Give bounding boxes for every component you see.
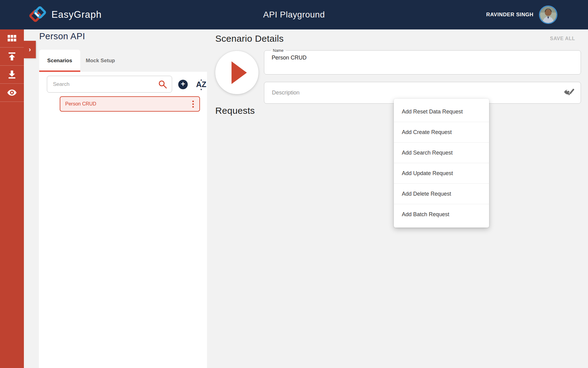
scenario-name-input[interactable] [268,53,577,61]
scenario-name-field[interactable]: Name [264,48,581,75]
menu-item-add-delete-request[interactable]: Add Delete Request [394,184,489,204]
menu-item-add-update-request[interactable]: Add Update Request [394,163,489,184]
menu-item-add-reset-data-request[interactable]: Add Reset Data Request [394,102,489,122]
tab-mock-setup-label: Mock Setup [86,58,115,64]
search-icon[interactable] [158,80,167,89]
expand-panel-chevron[interactable]: › [24,41,36,58]
search-input[interactable] [47,76,172,93]
add-scenario-button[interactable]: + [178,80,188,89]
sort-alphabetical-button[interactable]: ▴ AZ ▾ [193,76,209,93]
user-avatar[interactable] [539,6,557,24]
user-box: RAVINDER SINGH [486,0,558,29]
play-icon [232,61,247,84]
chevron-right-icon: › [29,46,31,54]
run-scenario-button[interactable] [215,51,258,94]
api-title: Person API [39,31,85,41]
apps-grid-icon[interactable] [0,29,24,48]
tab-scenarios[interactable]: Scenarios [39,50,80,72]
top-bar: EasyGraph API Playground RAVINDER SINGH [0,0,588,29]
sort-az-label: AZ [196,81,206,88]
scenario-list-panel: + ▴ AZ ▾ Person CRUD [39,72,207,368]
plus-icon: + [181,80,185,88]
scenario-name: Person CRUD [65,101,191,107]
preview-edit-icon[interactable] [564,88,574,98]
add-request-menu: Add Reset Data Request Add Create Reques… [394,99,489,228]
tab-mock-setup[interactable]: Mock Setup [86,50,115,72]
kebab-menu-icon[interactable] [191,99,195,109]
sort-down-icon: ▾ [200,88,202,90]
tab-scenarios-label: Scenarios [47,58,72,64]
requests-heading: Requests [215,105,255,116]
scenario-list-item[interactable]: Person CRUD [60,96,200,112]
download-icon[interactable] [0,66,24,84]
name-field-label: Name [271,48,286,53]
tool-rail [0,29,24,368]
visibility-icon[interactable] [0,84,24,102]
menu-item-add-batch-request[interactable]: Add Batch Request [394,204,489,225]
menu-item-add-search-request[interactable]: Add Search Request [394,143,489,163]
upload-icon[interactable] [0,48,24,66]
user-name: RAVINDER SINGH [486,12,534,18]
scenario-details-heading: Scenario Details [215,33,284,44]
save-all-button[interactable]: SAVE ALL [550,36,575,41]
menu-item-add-create-request[interactable]: Add Create Request [394,122,489,143]
